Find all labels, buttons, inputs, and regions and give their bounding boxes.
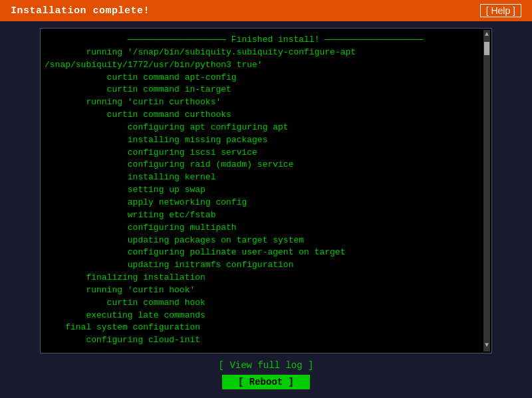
scrollbar[interactable]: ▲ ▼: [483, 30, 490, 351]
bottom-buttons: [ View full log ] [ Reboot ]: [213, 359, 319, 389]
top-bar: Installation complete! [ Help ]: [0, 0, 532, 21]
scrollbar-arrow-up[interactable]: ▲: [485, 30, 489, 39]
top-bar-title: Installation complete!: [11, 5, 150, 17]
reboot-button[interactable]: [ Reboot ]: [222, 375, 310, 389]
scrollbar-thumb[interactable]: [484, 42, 489, 55]
log-content: ——————————————————— Finished install! ——…: [45, 34, 487, 348]
log-text: ——————————————————— Finished install! ——…: [45, 34, 487, 348]
log-box: ——————————————————— Finished install! ——…: [40, 28, 492, 353]
view-full-log-button[interactable]: [ View full log ]: [213, 359, 319, 372]
help-button[interactable]: [ Help ]: [480, 4, 521, 17]
scrollbar-arrow-down[interactable]: ▼: [485, 341, 489, 350]
main-area: ——————————————————— Finished install! ——…: [0, 21, 532, 398]
